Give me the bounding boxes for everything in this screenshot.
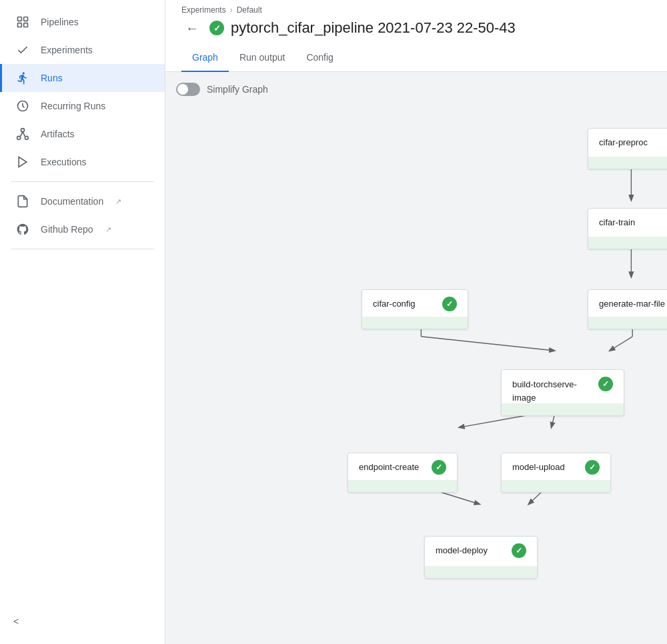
- external-link-icon2: ↗: [105, 225, 111, 234]
- doc-icon: [15, 194, 30, 209]
- main-content: Experiments › Default ← pytorch_cifar_pi…: [165, 0, 667, 644]
- artifacts-icon: [15, 127, 30, 141]
- collapse-button[interactable]: <: [0, 609, 165, 633]
- simplify-graph-label: Simplify Graph: [207, 84, 268, 95]
- sidebar-divider-2: [11, 249, 154, 249]
- node-green-strip: [588, 157, 667, 169]
- node-label: cifar-train: [599, 217, 635, 229]
- node-check-icon: [432, 460, 446, 475]
- runs-icon: [15, 71, 30, 85]
- simplify-row: Simplify Graph: [176, 83, 656, 96]
- node-label: cifar-config: [373, 298, 416, 310]
- experiments-icon: [15, 43, 30, 57]
- node-cifar-config[interactable]: cifar-config: [362, 289, 468, 329]
- node-check-icon: [442, 297, 457, 311]
- sidebar-item-label: Github Repo: [41, 224, 93, 235]
- sidebar-item-runs[interactable]: Runs: [0, 64, 165, 92]
- back-button[interactable]: ←: [181, 17, 203, 39]
- svg-line-8: [21, 132, 23, 137]
- sidebar-item-label: Runs: [41, 73, 63, 83]
- svg-point-7: [25, 136, 28, 139]
- sidebar-divider: [11, 181, 154, 182]
- tab-run-output[interactable]: Run output: [229, 44, 296, 72]
- node-cifar-preproc[interactable]: cifar-preproc: [588, 128, 667, 169]
- sidebar-item-label: Recurring Runs: [41, 101, 105, 111]
- sidebar-item-label: Experiments: [41, 45, 93, 55]
- svg-line-14: [421, 337, 554, 351]
- sidebar-item-label: Executions: [41, 157, 86, 167]
- sidebar-item-github[interactable]: Github Repo ↗: [0, 215, 165, 243]
- github-icon: [15, 222, 30, 237]
- node-green-strip: [588, 237, 667, 249]
- breadcrumb-experiments[interactable]: Experiments: [181, 5, 226, 15]
- sidebar-item-recurring-runs[interactable]: Recurring Runs: [0, 92, 165, 120]
- pipeline-arrows: [176, 109, 656, 576]
- node-label: build-torchserve-image: [512, 378, 577, 404]
- sidebar-item-artifacts[interactable]: Artifacts: [0, 120, 165, 148]
- node-check-icon: [585, 460, 600, 475]
- sidebar-item-pipelines[interactable]: Pipelines: [0, 8, 165, 36]
- node-model-upload[interactable]: model-upload: [501, 453, 611, 493]
- node-green-strip: [348, 480, 457, 492]
- executions-icon: [15, 155, 30, 169]
- svg-line-9: [23, 132, 25, 137]
- svg-rect-0: [18, 17, 22, 21]
- sidebar-item-documentation[interactable]: Documentation ↗: [0, 187, 165, 215]
- node-check-icon: [512, 543, 526, 558]
- node-green-strip: [588, 317, 667, 329]
- page-title: pytorch_cifar_pipeline 2021-07-23 22-50-…: [231, 19, 516, 37]
- node-generate-mar-file[interactable]: generate-mar-file: [588, 289, 667, 329]
- sidebar-item-executions[interactable]: Executions: [0, 148, 165, 176]
- node-label: model-upload: [512, 461, 565, 473]
- pipeline-graph: cifar-preproc cifar-train cifar-config g…: [176, 109, 656, 576]
- sidebar-item-label: Documentation: [41, 196, 103, 207]
- node-green-strip: [502, 480, 610, 492]
- sidebar-item-experiments[interactable]: Experiments: [0, 36, 165, 64]
- sidebar-item-label: Artifacts: [41, 129, 75, 139]
- node-label: generate-mar-file: [599, 298, 665, 310]
- breadcrumb-separator: ›: [230, 5, 233, 15]
- node-label: endpoint-create: [359, 461, 419, 473]
- node-green-strip: [425, 566, 537, 578]
- tab-graph[interactable]: Graph: [181, 44, 229, 72]
- simplify-graph-toggle[interactable]: [176, 83, 200, 96]
- svg-line-16: [610, 337, 632, 351]
- run-status-icon: [209, 21, 224, 35]
- node-build-torchserve-image[interactable]: build-torchserve-image: [501, 369, 624, 416]
- svg-rect-2: [18, 23, 22, 27]
- tab-config[interactable]: Config: [295, 44, 344, 72]
- node-endpoint-create[interactable]: endpoint-create: [348, 453, 458, 493]
- recurring-runs-icon: [15, 99, 30, 113]
- sidebar-item-label: Pipelines: [41, 17, 79, 27]
- pipelines-icon: [15, 15, 30, 29]
- sidebar: Pipelines Experiments Runs Recurring Run…: [0, 0, 165, 644]
- svg-marker-10: [19, 157, 27, 167]
- node-model-deploy[interactable]: model-deploy: [424, 536, 538, 579]
- node-green-strip: [502, 403, 624, 415]
- svg-point-6: [17, 136, 21, 139]
- svg-point-5: [21, 129, 25, 132]
- node-cifar-train[interactable]: cifar-train: [588, 208, 667, 249]
- breadcrumb: Experiments › Default: [165, 0, 667, 15]
- node-green-strip: [362, 317, 468, 329]
- graph-area: Simplify Graph: [165, 72, 667, 644]
- header-row: ← pytorch_cifar_pipeline 2021-07-23 22-5…: [165, 15, 667, 39]
- external-link-icon: ↗: [115, 197, 121, 206]
- node-label: model-deploy: [436, 545, 488, 557]
- breadcrumb-default[interactable]: Default: [237, 5, 262, 15]
- tabs-bar: Graph Run output Config: [165, 44, 667, 72]
- svg-rect-1: [24, 17, 28, 21]
- svg-rect-3: [24, 23, 28, 27]
- node-label: cifar-preproc: [599, 137, 648, 149]
- node-check-icon: [598, 377, 613, 391]
- sidebar-bottom: <: [0, 609, 165, 644]
